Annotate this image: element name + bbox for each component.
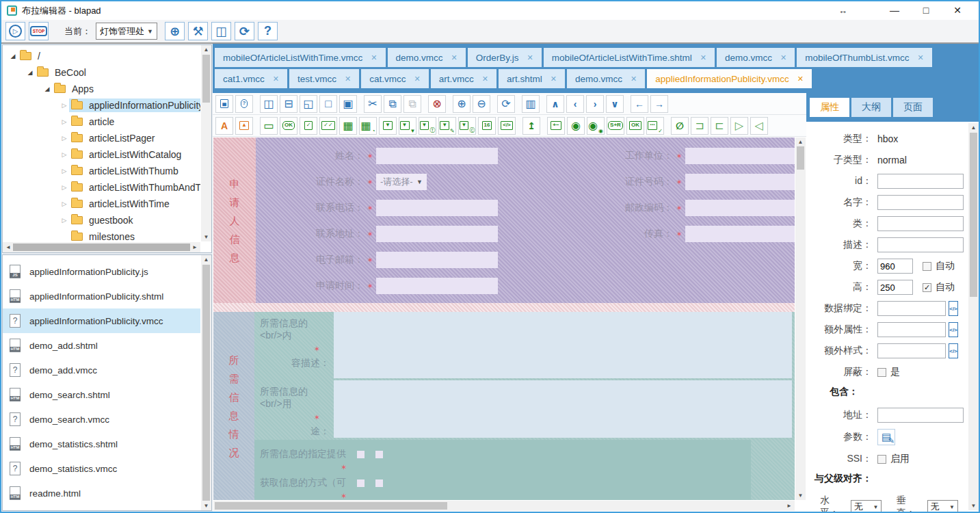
cut-button[interactable]: ✂ <box>364 95 382 113</box>
section1-title-cell[interactable]: 申请人信息 <box>213 137 256 303</box>
scroll-right-arrow-icon[interactable]: ► <box>190 242 200 252</box>
expand-icon[interactable]: ▷ <box>59 184 69 191</box>
tree-item[interactable]: ◢Apps <box>3 81 200 97</box>
tree-vscroll-thumb[interactable] <box>202 55 210 103</box>
bracket-right-button[interactable]: ⊐ <box>691 117 708 135</box>
scroll-down-arrow-icon[interactable]: ▼ <box>201 234 211 240</box>
chevron-right-button[interactable]: › <box>586 95 604 113</box>
wrench-button[interactable]: ⚒ <box>188 22 208 40</box>
refresh-button[interactable]: ⟳ <box>497 95 515 113</box>
zoom-out-button[interactable]: ⊖ <box>473 95 490 113</box>
file-list-item[interactable]: ◍ <box>3 505 200 510</box>
mask-checkbox[interactable] <box>877 368 886 377</box>
panel-slider-button[interactable]: ▥ <box>522 95 540 113</box>
height-auto-checkbox[interactable] <box>923 283 931 292</box>
document-tab[interactable]: cat.vmcc✕ <box>361 69 428 88</box>
width-auto-checkbox[interactable] <box>923 262 931 271</box>
upload-button[interactable]: ↥ <box>522 117 540 135</box>
checkbox[interactable] <box>375 479 383 487</box>
checkbox[interactable] <box>357 479 365 487</box>
design-canvas[interactable]: 申请人信息 姓名：✶工作单位：✶证件名称：✶-请选择-▼证件号码：✶联系电话：✶… <box>213 137 795 500</box>
expand-icon[interactable]: ▷ <box>59 217 69 224</box>
calendar-16-button[interactable]: 16 <box>478 117 496 135</box>
arrow-left-button[interactable]: ← <box>631 95 648 113</box>
text-button[interactable]: A <box>215 117 233 135</box>
ssi-checkbox[interactable] <box>877 455 886 464</box>
horizontal-select[interactable]: 无 ▼ <box>851 500 882 512</box>
collapse-icon[interactable]: ◢ <box>8 53 18 60</box>
inner-frame-button[interactable]: ▣ <box>339 95 357 113</box>
files-vscroll-thumb[interactable] <box>202 265 210 501</box>
radio-group-button[interactable]: ◉◉ <box>587 117 605 135</box>
document-tab[interactable]: mobileOfArticleListWithTime.vmcc✕ <box>215 48 386 67</box>
field-select[interactable]: -请选择-▼ <box>376 174 427 190</box>
minimize-button[interactable]: — <box>879 2 910 19</box>
file-list-item[interactable]: JSappliedInformationPublicity.js <box>3 259 200 284</box>
tree-item[interactable]: milestones <box>3 228 200 241</box>
tree-item-body[interactable]: Apps <box>52 82 98 96</box>
rectangle-button[interactable]: □ <box>319 95 337 113</box>
tab-属性[interactable]: 属性 <box>810 98 849 117</box>
scroll-up-arrow-icon[interactable]: ▲ <box>201 256 211 263</box>
tree-horizontal-scrollbar[interactable]: ◄ ► <box>3 242 200 252</box>
tree-item[interactable]: ▷articleListWithThumb <box>3 163 200 179</box>
message-check-button[interactable]: ⋯✓ <box>646 117 664 135</box>
canvas-vscroll-thumb[interactable] <box>797 146 804 170</box>
dropdown-button[interactable]: ▼ <box>379 117 397 135</box>
arrow-left-dotted-button[interactable]: ◁ <box>750 117 768 135</box>
zoom-in-button[interactable]: ⊕ <box>453 95 471 113</box>
properties-vertical-scrollbar[interactable]: ▲ ▼ <box>968 123 979 510</box>
tree-item[interactable]: ▷appliedInformationPublicity <box>3 97 200 114</box>
desc-field[interactable] <box>877 237 964 252</box>
collapse-icon[interactable]: ◢ <box>25 69 35 76</box>
tree-item-body[interactable]: articleListWithThumb <box>69 164 183 178</box>
tree-item[interactable]: ▷articleListWithCatalog <box>3 146 200 163</box>
field-textarea[interactable] <box>334 312 792 378</box>
id-field[interactable] <box>877 174 964 189</box>
tree-item[interactable]: ▷article <box>3 114 200 130</box>
field-input[interactable] <box>376 252 498 268</box>
section2-title-cell[interactable]: 所需信息情况 <box>213 312 254 500</box>
extra-attr-field[interactable] <box>877 322 946 337</box>
hide-button[interactable]: ∅ <box>671 117 689 135</box>
field-input[interactable] <box>376 226 498 242</box>
extra-style-field[interactable] <box>877 343 946 358</box>
resize-icon[interactable]: ↔ <box>838 5 847 16</box>
paste-button[interactable]: ⧉ <box>403 95 421 113</box>
document-tab[interactable]: appliedInformationPublicity.vmcc✕ <box>647 69 812 88</box>
field-input[interactable] <box>685 174 795 190</box>
checkbox-button[interactable]: ✓ <box>300 117 317 135</box>
form-section-applicant[interactable]: 申请人信息 姓名：✶工作单位：✶证件名称：✶-请选择-▼证件号码：✶联系电话：✶… <box>213 137 795 303</box>
collapse-icon[interactable]: ◢ <box>42 86 52 92</box>
databind-code-button[interactable]: </> <box>949 301 958 316</box>
file-list-item[interactable]: ?demo_search.vmcc <box>3 407 200 432</box>
document-tab[interactable]: demo.vmcc✕ <box>567 69 645 88</box>
document-tab[interactable]: mobileOfArticleListWithTime.shtml✕ <box>544 48 715 67</box>
tree-hscroll-thumb[interactable] <box>13 244 190 251</box>
document-tab[interactable]: demo.vmcc✕ <box>717 48 795 67</box>
checkbox-group-button[interactable]: ✓✓ <box>319 117 337 135</box>
scroll-down-arrow-icon[interactable]: ▼ <box>795 492 806 499</box>
save-button[interactable]: ▄ <box>215 95 233 113</box>
class-field[interactable] <box>877 216 964 231</box>
tree-vertical-scrollbar[interactable]: ▲ ▼ <box>201 45 211 241</box>
tab-close-icon[interactable]: ✕ <box>371 53 377 62</box>
document-tab[interactable]: art.shtml✕ <box>499 69 565 88</box>
tree-item[interactable]: ▷guestbook <box>3 212 200 228</box>
split-horizontal-button[interactable]: ⊟ <box>280 95 297 113</box>
tree-item-body[interactable]: appliedInformationPublicity <box>69 98 200 112</box>
canvas-vertical-scrollbar[interactable]: ▲ ▼ <box>795 137 806 500</box>
close-button[interactable]: ✕ <box>942 2 973 19</box>
files-vertical-scrollbar[interactable]: ▲ ▼ <box>201 255 211 510</box>
tree-item[interactable]: ▷articleListWithThumbAndTir <box>3 179 200 196</box>
checkbox[interactable] <box>357 451 365 458</box>
globe-button[interactable]: ⊕ <box>165 22 185 40</box>
tab-close-icon[interactable]: ✕ <box>345 75 351 83</box>
arrow-right-dotted-button[interactable]: ▷ <box>730 117 748 135</box>
file-list-item[interactable]: HTMappliedInformationPublicity.shtml <box>3 284 200 308</box>
scroll-down-arrow-icon[interactable]: ▼ <box>968 503 979 509</box>
document-tab[interactable]: art.vmcc✕ <box>431 69 496 88</box>
tab-close-icon[interactable]: ✕ <box>631 75 637 83</box>
expand-icon[interactable]: ▷ <box>59 135 69 142</box>
scroll-up-arrow-icon[interactable]: ▲ <box>795 139 806 145</box>
